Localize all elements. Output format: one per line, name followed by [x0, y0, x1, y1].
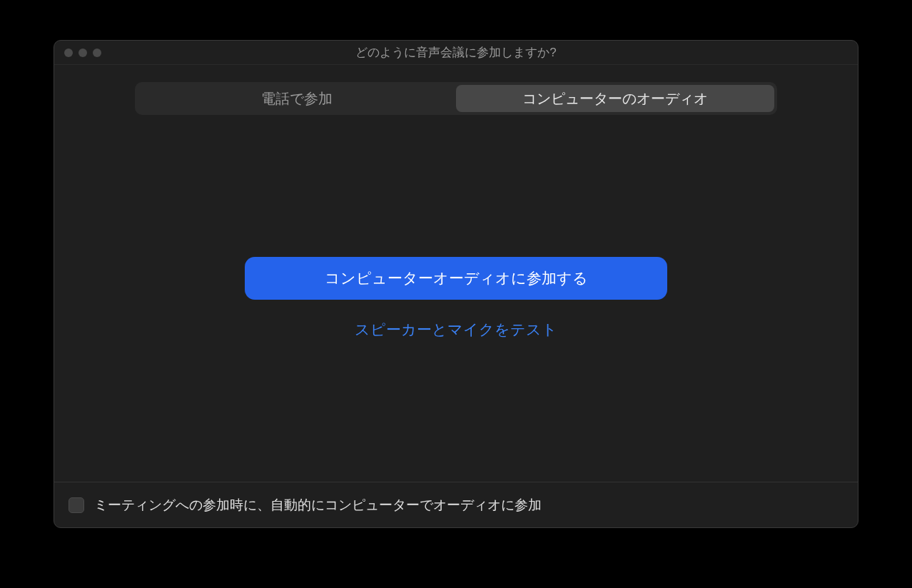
window-titlebar: どのように音声会議に参加しますか? — [54, 41, 858, 65]
tab-computer-audio[interactable]: コンピューターのオーディオ — [456, 85, 774, 112]
tab-phone-label: 電話で参加 — [261, 89, 333, 108]
audio-method-tabs: 電話で参加 コンピューターのオーディオ — [135, 82, 777, 115]
test-link-label: スピーカーとマイクをテスト — [355, 321, 557, 338]
minimize-window-button[interactable] — [78, 49, 87, 57]
test-speaker-mic-link[interactable]: スピーカーとマイクをテスト — [355, 320, 557, 340]
window-title: どのように音声会議に参加しますか? — [54, 44, 858, 61]
window-footer: ミーティングへの参加時に、自動的にコンピューターでオーディオに参加 — [54, 482, 858, 527]
traffic-lights — [64, 49, 101, 57]
close-window-button[interactable] — [64, 49, 73, 57]
auto-join-checkbox-label[interactable]: ミーティングへの参加時に、自動的にコンピューターでオーディオに参加 — [94, 496, 542, 514]
tab-phone[interactable]: 電話で参加 — [138, 85, 456, 112]
maximize-window-button[interactable] — [93, 49, 101, 57]
join-button-label: コンピューターオーディオに参加する — [325, 268, 588, 288]
window-content: 電話で参加 コンピューターのオーディオ コンピューターオーディオに参加する スピ… — [54, 65, 858, 482]
auto-join-checkbox[interactable] — [69, 497, 84, 513]
join-computer-audio-button[interactable]: コンピューターオーディオに参加する — [245, 257, 667, 300]
audio-settings-window: どのように音声会議に参加しますか? 電話で参加 コンピューターのオーディオ コン… — [54, 40, 858, 528]
tab-computer-audio-label: コンピューターのオーディオ — [522, 89, 708, 108]
main-action-area: コンピューターオーディオに参加する スピーカーとマイクをテスト — [54, 115, 858, 482]
